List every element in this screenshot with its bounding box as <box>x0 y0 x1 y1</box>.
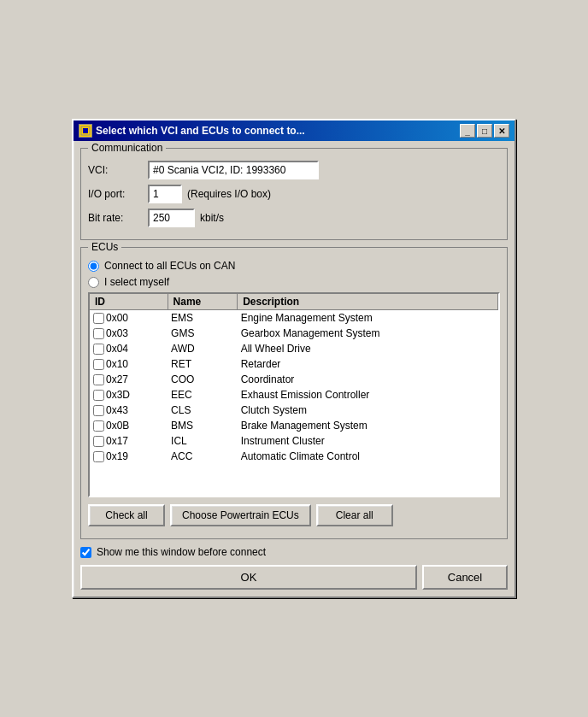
ecu-name-6: CLS <box>168 403 238 418</box>
radio-connect-all[interactable] <box>88 261 99 272</box>
io-port-note: (Requires I/O box) <box>187 188 271 200</box>
ecu-id-1: 0x03 <box>106 327 128 339</box>
bit-rate-label: Bit rate: <box>88 212 148 224</box>
ecu-id-cell: 0x17 <box>90 433 168 449</box>
ecus-legend: ECUs <box>88 241 121 253</box>
ecu-id-8: 0x17 <box>106 435 128 447</box>
cancel-button[interactable]: Cancel <box>422 565 508 590</box>
show-window-row: Show me this window before connect <box>80 546 508 558</box>
ecu-description-4: Coordinator <box>238 372 498 387</box>
ecu-id-cell: 0x04 <box>90 341 168 356</box>
ecu-btn-row: Check all Choose Powertrain ECUs Clear a… <box>88 504 500 526</box>
ecu-description-9: Automatic Climate Control <box>238 449 498 464</box>
ecu-id-cell: 0x3D <box>90 387 168 403</box>
ecu-id-cell: 0x0B <box>90 418 168 433</box>
vci-label: VCI: <box>88 164 148 176</box>
ecu-name-3: RET <box>168 356 238 372</box>
ecu-id-cell: 0x43 <box>90 403 168 418</box>
vci-select[interactable]: #0 Scania VCI2, ID: 1993360 <box>148 161 319 179</box>
io-port-row: I/O port: 1 2 3 4 (Requires I/O box) <box>88 185 500 203</box>
ecu-checkbox-2[interactable] <box>93 344 104 355</box>
ecu-description-0: Engine Management System <box>238 310 498 326</box>
ecu-name-7: BMS <box>168 418 238 433</box>
io-port-select[interactable]: 1 2 3 4 <box>148 185 182 203</box>
ecu-checkbox-9[interactable] <box>93 451 104 462</box>
ecu-description-3: Retarder <box>238 356 498 372</box>
radio-select-myself-row: I select myself <box>88 276 500 288</box>
show-window-label[interactable]: Show me this window before connect <box>97 546 266 558</box>
window-body: Communication VCI: #0 Scania VCI2, ID: 1… <box>74 141 514 597</box>
close-button[interactable]: ✕ <box>494 124 509 138</box>
ecu-id-cell: 0x10 <box>90 356 168 372</box>
col-id: ID <box>90 294 168 310</box>
ecu-id-5: 0x3D <box>106 389 130 401</box>
show-window-checkbox[interactable] <box>80 547 91 558</box>
ecu-description-2: All Wheel Drive <box>238 341 498 356</box>
table-row: 0x10 RET Retarder <box>90 356 498 372</box>
clear-all-button[interactable]: Clear all <box>316 504 393 526</box>
ecu-name-1: GMS <box>168 326 238 341</box>
table-row: 0x19 ACC Automatic Climate Control <box>90 449 498 464</box>
bit-rate-select[interactable]: 250 500 1000 <box>148 209 195 227</box>
ecu-name-5: EEC <box>168 387 238 403</box>
radio-select-myself-label[interactable]: I select myself <box>104 276 169 288</box>
radio-select-myself[interactable] <box>88 277 99 288</box>
vci-row: VCI: #0 Scania VCI2, ID: 1993360 <box>88 161 500 179</box>
radio-connect-all-row: Connect to all ECUs on CAN <box>88 260 500 272</box>
window-title: Select which VCI and ECUs to connect to.… <box>96 125 305 137</box>
ecu-description-1: Gearbox Management System <box>238 326 498 341</box>
table-row: 0x17 ICL Instrument Cluster <box>90 433 498 449</box>
main-window: Select which VCI and ECUs to connect to.… <box>72 119 516 598</box>
svg-rect-1 <box>83 128 88 133</box>
ecu-name-9: ACC <box>168 449 238 464</box>
ecu-checkbox-5[interactable] <box>93 390 104 401</box>
table-row: 0x03 GMS Gearbox Management System <box>90 326 498 341</box>
ecu-name-4: COO <box>168 372 238 387</box>
ecu-description-8: Instrument Cluster <box>238 433 498 449</box>
ecu-checkbox-3[interactable] <box>93 359 104 370</box>
table-row: 0x27 COO Coordinator <box>90 372 498 387</box>
vci-select-wrapper: #0 Scania VCI2, ID: 1993360 <box>148 161 319 179</box>
ecu-id-cell: 0x19 <box>90 449 168 464</box>
check-all-button[interactable]: Check all <box>88 504 165 526</box>
ecu-checkbox-8[interactable] <box>93 436 104 447</box>
choose-powertrain-button[interactable]: Choose Powertrain ECUs <box>170 504 311 526</box>
communication-group: Communication VCI: #0 Scania VCI2, ID: 1… <box>80 148 508 240</box>
ecu-checkbox-1[interactable] <box>93 328 104 339</box>
ok-button[interactable]: OK <box>80 565 417 590</box>
ecu-id-6: 0x43 <box>106 404 128 416</box>
ecu-checkbox-4[interactable] <box>93 374 104 385</box>
table-header-row: ID Name Description <box>90 294 498 310</box>
communication-legend: Communication <box>88 142 166 154</box>
table-row: 0x0B BMS Brake Management System <box>90 418 498 433</box>
ecu-id-cell: 0x00 <box>90 310 168 326</box>
ecu-checkbox-6[interactable] <box>93 405 104 416</box>
table-row: 0x43 CLS Clutch System <box>90 403 498 418</box>
ecu-table: ID Name Description 0x00 EMS Engine Mana… <box>90 294 498 464</box>
col-description: Description <box>238 294 498 310</box>
ecu-id-4: 0x27 <box>106 373 128 385</box>
io-port-select-wrapper: 1 2 3 4 <box>148 185 182 203</box>
ecu-id-3: 0x10 <box>106 358 128 370</box>
ecu-id-2: 0x04 <box>106 343 128 355</box>
ecu-description-6: Clutch System <box>238 403 498 418</box>
title-bar: Select which VCI and ECUs to connect to.… <box>74 120 514 141</box>
ecu-id-9: 0x19 <box>106 450 128 462</box>
col-name: Name <box>168 294 238 310</box>
table-row: 0x3D EEC Exhaust Emission Controller <box>90 387 498 403</box>
radio-connect-all-label[interactable]: Connect to all ECUs on CAN <box>104 260 235 272</box>
ecu-table-body: 0x00 EMS Engine Management System 0x03 G… <box>90 310 498 465</box>
title-icon <box>79 124 92 138</box>
bit-rate-select-wrapper: 250 500 1000 <box>148 209 195 227</box>
ecu-description-5: Exhaust Emission Controller <box>238 387 498 403</box>
maximize-button[interactable]: □ <box>477 124 492 138</box>
ecu-checkbox-0[interactable] <box>93 313 104 324</box>
ecu-table-container[interactable]: ID Name Description 0x00 EMS Engine Mana… <box>88 292 500 497</box>
ecu-id-cell: 0x03 <box>90 326 168 341</box>
table-row: 0x04 AWD All Wheel Drive <box>90 341 498 356</box>
ecu-checkbox-7[interactable] <box>93 420 104 432</box>
io-port-label: I/O port: <box>88 188 148 200</box>
minimize-button[interactable]: _ <box>460 124 475 138</box>
footer-btn-row: OK Cancel <box>80 565 508 590</box>
ecu-id-cell: 0x27 <box>90 372 168 387</box>
